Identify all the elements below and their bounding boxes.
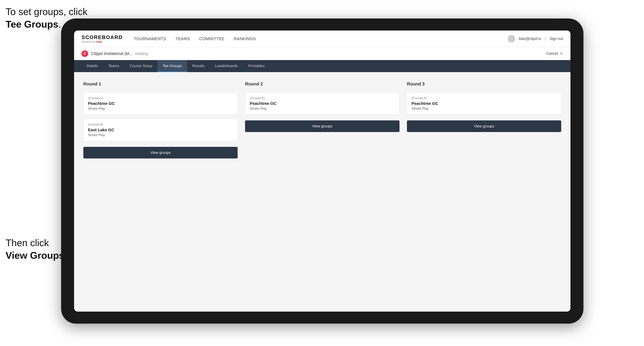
logo-text: SCOREBOARD xyxy=(82,34,122,40)
round-1-course-b-format: Stroke Play xyxy=(88,133,233,137)
round-2-title: Round 2 xyxy=(245,81,399,87)
user-avatar xyxy=(508,35,515,42)
tab-tee-groups[interactable]: Tee Groups xyxy=(158,60,187,72)
round-1-title: Round 1 xyxy=(83,81,238,87)
tablet-frame: SCOREBOARD Powered by clipd TOURNAMENTS … xyxy=(61,18,584,324)
tab-bar: Details Teams Course Setup Tee Groups Re… xyxy=(74,60,570,72)
round-1-course-a-name: Peachtree GC xyxy=(88,101,233,106)
round-3-course-a-format: Stroke Play xyxy=(412,107,556,111)
round-2-course-a-format: Stroke Play xyxy=(250,107,395,111)
round-2-course-a-card: (Course A) Peachtree GC Stroke Play xyxy=(245,92,399,115)
nav-right: blair@clipd.io | Sign out xyxy=(508,35,563,42)
tab-course-setup[interactable]: Course Setup xyxy=(124,60,158,72)
round-3-view-groups-button[interactable]: View groups xyxy=(407,120,561,132)
nav-teams[interactable]: TEAMS xyxy=(176,36,190,41)
tab-leaderboards[interactable]: Leaderboards xyxy=(210,60,243,72)
round-1-course-b-card: (Course B) East Lake GC Stroke Play xyxy=(83,119,238,141)
instruction-top-line1: To set groups, click xyxy=(6,5,88,18)
sign-out-link[interactable]: Sign out xyxy=(550,37,563,41)
nav-tournaments[interactable]: TOURNAMENTS xyxy=(134,36,166,41)
round-1-course-a-label: (Course A) xyxy=(88,96,233,100)
instruction-top-bold: Tee Groups xyxy=(6,19,58,30)
round-2-course-a-label: (Course A) xyxy=(250,96,395,100)
main-content: Round 1 (Course A) Peachtree GC Stroke P… xyxy=(74,72,570,312)
tablet-screen: SCOREBOARD Powered by clipd TOURNAMENTS … xyxy=(74,30,570,312)
round-1-course-b-name: East Lake GC xyxy=(88,128,233,132)
tab-printables[interactable]: Printables xyxy=(243,60,270,72)
cancel-button[interactable]: Cancel xyxy=(546,51,558,56)
round-1-course-a-format: Stroke Play xyxy=(88,107,233,111)
tournament-name: Clippd Invitational (M... Hosting xyxy=(91,51,546,56)
round-2-column: Round 2 (Course A) Peachtree GC Stroke P… xyxy=(245,81,399,159)
tournament-logo: C xyxy=(82,50,88,57)
tab-teams[interactable]: Teams xyxy=(103,60,124,72)
round-2-view-groups-button[interactable]: View groups xyxy=(245,120,399,132)
round-2-course-a-name: Peachtree GC xyxy=(250,101,395,106)
rounds-grid: Round 1 (Course A) Peachtree GC Stroke P… xyxy=(83,81,561,159)
round-1-view-groups-button[interactable]: View groups xyxy=(83,147,238,159)
top-nav: SCOREBOARD Powered by clipd TOURNAMENTS … xyxy=(74,30,570,47)
tab-results[interactable]: Results xyxy=(187,60,210,72)
logo-area: SCOREBOARD Powered by clipd xyxy=(82,34,122,43)
round-1-column: Round 1 (Course A) Peachtree GC Stroke P… xyxy=(83,81,238,159)
round-3-course-a-name: Peachtree GC xyxy=(412,101,556,106)
round-1-course-a-card: (Course A) Peachtree GC Stroke Play xyxy=(83,92,238,115)
round-3-course-a-card: (Course A) Peachtree GC Stroke Play xyxy=(407,92,561,115)
nav-links: TOURNAMENTS TEAMS COMMITTEE RANKINGS xyxy=(134,36,508,41)
tab-details[interactable]: Details xyxy=(82,60,103,72)
logo-sub: Powered by clipd xyxy=(82,40,122,43)
user-email: blair@clipd.io xyxy=(519,37,541,41)
round-3-title: Round 3 xyxy=(407,81,561,87)
round-3-course-a-label: (Course A) xyxy=(412,96,556,100)
round-3-column: Round 3 (Course A) Peachtree GC Stroke P… xyxy=(407,81,561,159)
nav-rankings[interactable]: RANKINGS xyxy=(234,36,256,41)
round-1-course-b-label: (Course B) xyxy=(88,123,233,127)
sub-header: C Clippd Invitational (M... Hosting Canc… xyxy=(74,47,570,60)
nav-committee[interactable]: COMMITTEE xyxy=(199,36,225,41)
